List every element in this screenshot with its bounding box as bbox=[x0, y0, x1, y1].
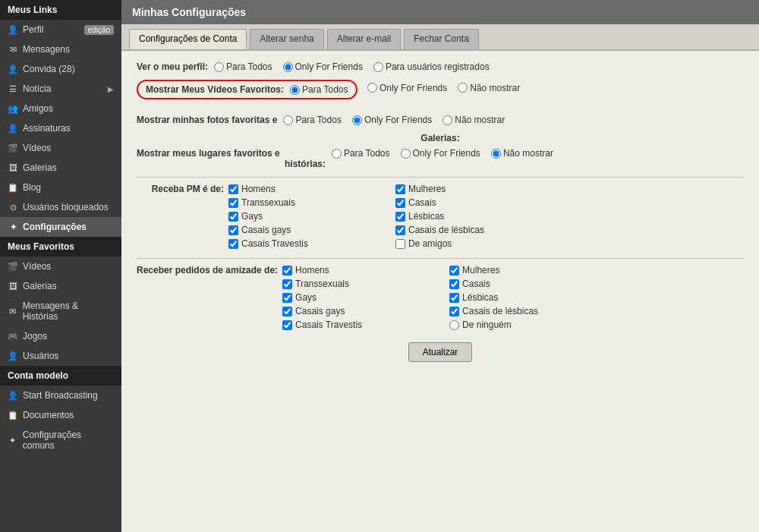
mostrar-videos-label: Mostrar Meus Vídeos Favoritos: bbox=[146, 84, 284, 95]
amizade-casais[interactable]: Casais bbox=[449, 279, 609, 289]
sidebar-item-convida[interactable]: 👤 Convida (28) bbox=[0, 59, 121, 79]
sidebar-item-galerias[interactable]: 🖼 Galerias bbox=[0, 158, 121, 178]
perfil-badge: edição bbox=[84, 25, 114, 35]
mostrar-fotos-options: Para Todos Only For Friends Não mostrar bbox=[283, 115, 505, 125]
tab-alterar-senha[interactable]: Alterar senha bbox=[250, 29, 323, 49]
arrow-icon: ▶ bbox=[108, 85, 114, 93]
sidebar-item-label: Galerias bbox=[23, 281, 57, 291]
sidebar-item-label: Mensagens & Histórias bbox=[23, 301, 114, 322]
sidebar-item-fav-mensagens[interactable]: ✉ Mensagens & Histórias bbox=[0, 296, 121, 326]
amizade-homens[interactable]: Homens bbox=[282, 265, 442, 275]
sidebar-item-label: Configurações bbox=[23, 222, 87, 232]
receber-amizade-label: Receber pedidos de amizade de: bbox=[137, 265, 278, 275]
sidebar-section-meus-favoritos: Meus Favoritos bbox=[0, 237, 121, 257]
blog-icon: 📋 bbox=[8, 183, 18, 193]
documentos-icon: 📋 bbox=[8, 411, 18, 420]
ver-perfil-usuarios-registrados[interactable]: Para usuários registrados bbox=[373, 61, 490, 72]
sidebar-item-mensagens[interactable]: ✉ Mensagens bbox=[0, 39, 121, 59]
mostrar-fotos-label: Mostrar minhas fotos favoritas e bbox=[137, 115, 277, 125]
update-button[interactable]: Atualizar bbox=[408, 342, 473, 362]
mostrar-fotos-para-todos[interactable]: Para Todos bbox=[283, 115, 342, 125]
receba-pm-section: Receba PM é de: Homens Mulheres Transsex… bbox=[137, 184, 744, 249]
amizade-lesbicas[interactable]: Lésbicas bbox=[449, 292, 609, 303]
receba-pm-transsexuais[interactable]: Transsexuais bbox=[228, 197, 388, 208]
sidebar-item-start-broadcasting[interactable]: 👤 Start Broadcasting bbox=[0, 386, 121, 405]
mostrar-videos-para-todos[interactable]: Para Todos bbox=[290, 84, 348, 95]
ver-perfil-only-friends[interactable]: Only For Friends bbox=[283, 61, 363, 72]
amizade-casais-gays[interactable]: Casais gays bbox=[282, 306, 442, 316]
sidebar-item-label: Jogos bbox=[23, 331, 47, 342]
sidebar-item-configuracoes-comuns[interactable]: ✦ Configurações comuns bbox=[0, 425, 121, 455]
receba-pm-casais-gays[interactable]: Casais gays bbox=[228, 225, 388, 235]
sidebar-item-documentos[interactable]: 📋 Documentos bbox=[0, 405, 121, 425]
sidebar-item-label: Mensagens bbox=[23, 44, 70, 55]
ver-perfil-para-todos[interactable]: Para Todos bbox=[214, 61, 272, 72]
sidebar-item-videos[interactable]: 🎬 Vídeos bbox=[0, 138, 121, 158]
receba-pm-casais-lesbicas[interactable]: Casais de lésbicas bbox=[395, 225, 555, 235]
sidebar-item-blog[interactable]: 📋 Blog bbox=[0, 178, 121, 197]
divider-1 bbox=[137, 177, 744, 178]
mostrar-videos-nao-mostrar[interactable]: Não mostrar bbox=[458, 83, 520, 93]
sidebar-item-label: Assinaturas bbox=[23, 123, 71, 134]
amizade-mulheres[interactable]: Mulheres bbox=[449, 265, 609, 275]
sidebar-item-label: Usuários bloqueados bbox=[23, 202, 109, 212]
sidebar-item-amigos[interactable]: 👥 Amigos bbox=[0, 99, 121, 118]
sidebar-item-fav-usuarios[interactable]: 👤 Usuários bbox=[0, 346, 121, 366]
settings-content: Ver o meu perfil: Para Todos Only For Fr… bbox=[121, 51, 759, 532]
galerias-icon: 🖼 bbox=[8, 163, 18, 172]
receber-amizade-checkboxes: Homens Mulheres Transsexuais Casais Gays… bbox=[282, 265, 609, 330]
configuracoes-icon: ✦ bbox=[8, 222, 18, 232]
receber-amizade-header: Receber pedidos de amizade de: Homens Mu… bbox=[137, 265, 744, 330]
mostrar-lugares-para-todos[interactable]: Para Todos bbox=[332, 148, 390, 159]
config-comuns-icon: ✦ bbox=[8, 436, 18, 445]
convida-icon: 👤 bbox=[8, 65, 18, 74]
ver-perfil-label: Ver o meu perfil: bbox=[137, 61, 208, 72]
sidebar-item-assinaturas[interactable]: 👤 Assinaturas bbox=[0, 118, 121, 138]
fav-galerias-icon: 🖼 bbox=[8, 282, 18, 291]
sidebar-item-noticia[interactable]: ☰ Notícia ▶ bbox=[0, 79, 121, 99]
tab-fechar-conta[interactable]: Fechar Conta bbox=[404, 29, 479, 49]
sidebar-section-conta-modelo: Conta modelo bbox=[0, 366, 121, 386]
sidebar-item-fav-videos[interactable]: 🎬 Vídeos bbox=[0, 257, 121, 276]
receba-pm-mulheres[interactable]: Mulheres bbox=[395, 184, 555, 194]
sidebar-item-label: Galerias bbox=[23, 162, 57, 173]
sidebar-item-configuracoes[interactable]: ✦ Configurações bbox=[0, 217, 121, 237]
sidebar: Meus Links 👤 Perfil edição ✉ Mensagens 👤… bbox=[0, 0, 121, 532]
sidebar-item-fav-jogos[interactable]: 🎮 Jogos bbox=[0, 326, 121, 346]
receba-pm-casais[interactable]: Casais bbox=[395, 197, 555, 208]
mostrar-videos-wrapper: Mostrar Meus Vídeos Favoritos: Para Todo… bbox=[137, 80, 744, 107]
sidebar-item-label: Vídeos bbox=[23, 143, 51, 153]
receba-pm-casais-travestis[interactable]: Casais Travestis bbox=[228, 238, 388, 249]
tab-configuracoes-conta[interactable]: Configurações de Conta bbox=[129, 29, 247, 49]
mostrar-lugares-only-friends[interactable]: Only For Friends bbox=[401, 148, 480, 159]
sidebar-item-fav-galerias[interactable]: 🖼 Galerias bbox=[0, 276, 121, 296]
receba-pm-de-amigos[interactable]: De amigos bbox=[395, 238, 555, 249]
sidebar-item-perfil[interactable]: 👤 Perfil edição bbox=[0, 20, 121, 39]
receba-pm-label: Receba PM é de: bbox=[137, 184, 224, 194]
noticia-icon: ☰ bbox=[8, 84, 18, 94]
broadcasting-icon: 👤 bbox=[8, 391, 18, 401]
fav-mensagens-icon: ✉ bbox=[8, 307, 18, 316]
mensagens-icon: ✉ bbox=[8, 45, 18, 55]
main-content: Minhas Configurações Configurações de Co… bbox=[121, 0, 759, 532]
receba-pm-lesbicas[interactable]: Lésbicas bbox=[395, 211, 555, 222]
receba-pm-homens[interactable]: Homens bbox=[228, 184, 388, 194]
sidebar-item-label: Blog bbox=[23, 182, 41, 193]
mostrar-fotos-only-friends[interactable]: Only For Friends bbox=[352, 115, 432, 125]
receba-pm-gays[interactable]: Gays bbox=[228, 211, 388, 222]
tab-alterar-email[interactable]: Alterar e-mail bbox=[327, 29, 401, 49]
amizade-transsexuais[interactable]: Transsexuais bbox=[282, 279, 442, 289]
amizade-casais-travestis[interactable]: Casais Travestis bbox=[282, 320, 442, 330]
mostrar-lugares-nao-mostrar[interactable]: Não mostrar bbox=[491, 148, 553, 159]
amigos-icon: 👥 bbox=[8, 104, 18, 114]
mostrar-fotos-nao-mostrar[interactable]: Não mostrar bbox=[442, 115, 505, 125]
amizade-de-ninguem[interactable]: De ninguém bbox=[449, 320, 609, 330]
sidebar-item-usuarios-bloqueados[interactable]: ⊙ Usuários bloqueados bbox=[0, 197, 121, 217]
mostrar-videos-only-friends[interactable]: Only For Friends bbox=[367, 83, 447, 93]
amizade-casais-lesbicas[interactable]: Casais de lésbicas bbox=[449, 306, 609, 316]
mostrar-videos-row: Mostrar Meus Vídeos Favoritos: Para Todo… bbox=[137, 80, 357, 99]
divider-2 bbox=[137, 258, 744, 259]
amizade-gays[interactable]: Gays bbox=[282, 292, 442, 303]
mostrar-fotos-row: Mostrar minhas fotos favoritas e Para To… bbox=[137, 115, 744, 125]
sidebar-section-meus-links: Meus Links bbox=[0, 0, 121, 20]
